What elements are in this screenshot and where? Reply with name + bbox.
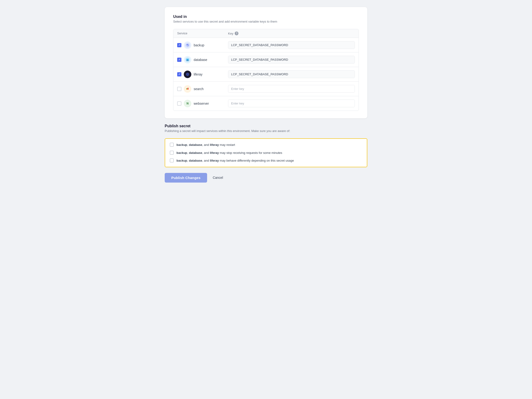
key-help-icon[interactable]: ? xyxy=(235,31,238,35)
backup-service-name: backup xyxy=(194,43,204,47)
col-key-header: Key ? xyxy=(228,31,355,35)
svg-point-7 xyxy=(187,74,188,75)
row-service: liferay xyxy=(177,71,224,78)
table-row: N webserver xyxy=(173,96,359,110)
publish-title: Publish secret xyxy=(165,124,367,128)
warning-item-1: backup, database, and liferay may restar… xyxy=(170,142,362,147)
row-service: search xyxy=(177,85,224,93)
warning-checkbox-1[interactable] xyxy=(170,143,174,147)
webserver-checkbox[interactable] xyxy=(177,101,181,106)
database-checkbox[interactable] xyxy=(177,58,181,62)
backup-icon xyxy=(184,41,191,49)
warning-checkbox-3[interactable] xyxy=(170,159,174,162)
warning-text-2: backup, database, and liferay may stop r… xyxy=(177,151,282,155)
actions-row: Publish Changes Cancel xyxy=(165,173,367,183)
backup-key-input[interactable] xyxy=(228,41,355,49)
liferay-service-name: liferay xyxy=(194,73,203,76)
database-service-name: database xyxy=(194,58,207,62)
publish-section: Publish secret Publishing a secret will … xyxy=(165,124,367,183)
services-table: Service Key ? bac xyxy=(173,29,359,111)
row-service: N webserver xyxy=(177,100,224,107)
svg-rect-4 xyxy=(186,61,189,61)
cancel-button[interactable]: Cancel xyxy=(211,173,225,182)
used-in-title: Used in xyxy=(173,15,359,19)
row-service: database xyxy=(177,56,224,63)
used-in-card: Used in Select services to use this secr… xyxy=(165,7,367,118)
svg-rect-11 xyxy=(186,88,187,89)
svg-text:N: N xyxy=(187,102,189,105)
webserver-key-input[interactable] xyxy=(228,99,355,107)
search-icon xyxy=(184,85,191,93)
svg-rect-3 xyxy=(186,60,189,60)
row-service: backup xyxy=(177,41,224,49)
search-key-input[interactable] xyxy=(228,85,355,93)
table-header: Service Key ? xyxy=(173,29,359,38)
warning-text-1: backup, database, and liferay may restar… xyxy=(177,142,235,147)
liferay-key-input[interactable] xyxy=(228,70,355,78)
search-key-cell xyxy=(228,85,355,93)
table-row: liferay xyxy=(173,67,359,82)
table-row: backup xyxy=(173,38,359,52)
liferay-checkbox[interactable] xyxy=(177,72,181,76)
search-service-name: search xyxy=(194,87,203,91)
liferay-key-cell xyxy=(228,70,355,78)
webserver-icon: N xyxy=(184,100,191,107)
warning-checkbox-2[interactable] xyxy=(170,151,174,154)
search-checkbox[interactable] xyxy=(177,87,181,91)
warning-item-3: backup, database, and liferay may behave… xyxy=(170,158,362,163)
warning-item-2: backup, database, and liferay may stop r… xyxy=(170,151,362,155)
publish-subtitle: Publishing a secret will impact services… xyxy=(165,129,367,133)
used-in-subtitle: Select services to use this secret and a… xyxy=(173,20,359,23)
svg-rect-10 xyxy=(188,88,189,90)
database-key-input[interactable] xyxy=(228,56,355,63)
col-service-header: Service xyxy=(177,31,224,35)
webserver-service-name: webserver xyxy=(194,102,209,105)
warning-box: backup, database, and liferay may restar… xyxy=(165,138,367,167)
page-container: Used in Select services to use this secr… xyxy=(165,7,367,392)
database-icon xyxy=(184,56,191,63)
backup-key-cell xyxy=(228,41,355,49)
table-row: search xyxy=(173,82,359,96)
table-row: database xyxy=(173,52,359,67)
database-key-cell xyxy=(228,56,355,63)
liferay-icon xyxy=(184,71,191,78)
warning-text-3: backup, database, and liferay may behave… xyxy=(177,158,294,163)
backup-checkbox[interactable] xyxy=(177,43,181,47)
publish-changes-button[interactable]: Publish Changes xyxy=(165,173,207,183)
svg-rect-2 xyxy=(186,59,189,60)
webserver-key-cell xyxy=(228,99,355,107)
